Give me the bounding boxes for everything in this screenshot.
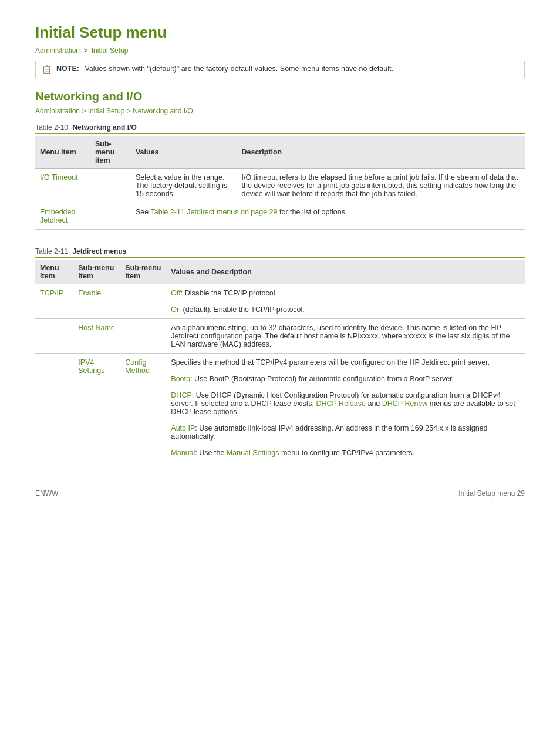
breadcrumb-main: Administration > Initial Setup xyxy=(35,46,525,55)
page-footer: ENWW Initial Setup menu 29 xyxy=(35,486,525,498)
footer-right: Initial Setup menu 29 xyxy=(458,489,525,498)
cell-enable-values: Off: Disable the TCP/IP protocol. On (de… xyxy=(166,284,525,319)
manual-link[interactable]: Manual xyxy=(171,449,195,457)
table-2-11: Menu item Sub-menu item Sub-menu item Va… xyxy=(35,260,525,462)
cell-ipv4-menu xyxy=(35,354,73,462)
dhcp-release-link[interactable]: DHCP Release xyxy=(316,399,366,408)
section1-breadcrumb: Administration > Initial Setup > Network… xyxy=(35,107,525,115)
table-row: Embedded Jetdirect See Table 2-11 Jetdir… xyxy=(35,203,525,230)
table-2-11-header-row: Menu item Sub-menu item Sub-menu item Va… xyxy=(35,260,525,284)
on-link[interactable]: On xyxy=(171,305,181,314)
note-icon: 📋 xyxy=(42,65,52,74)
col2-values-desc: Values and Description xyxy=(166,260,525,284)
cell-embedded-sub xyxy=(90,203,131,230)
table-2-11-label: Table 2-11 xyxy=(35,247,68,256)
cell-io-timeout-menu: I/O Timeout xyxy=(35,169,90,203)
breadcrumb-admin-link[interactable]: Administration xyxy=(35,46,80,55)
table-2-10-wrap: Table 2-10 Networking and I/O Menu item … xyxy=(35,123,525,230)
note-text: Values shown with "(default)" are the fa… xyxy=(85,65,393,73)
note-box: 📋 NOTE: Values shown with "(default)" ar… xyxy=(35,61,525,78)
cell-io-timeout-desc: I/O timeout refers to the elapsed time b… xyxy=(237,169,525,203)
table-2-10: Menu item Sub-menu item Values Descripti… xyxy=(35,136,525,230)
cell-enable-sub: Enable xyxy=(73,284,120,319)
cell-hostname-sub2 xyxy=(120,319,166,354)
section1-current-link[interactable]: Networking and I/O xyxy=(133,107,193,115)
breadcrumb-initial-link[interactable]: Initial Setup xyxy=(92,46,129,55)
cell-hostname-values: An alphanumeric string, up to 32 charact… xyxy=(166,319,525,354)
footer-left: ENWW xyxy=(35,489,58,498)
table-2-11-link[interactable]: Table 2-11 Jetdirect menus on page 29 xyxy=(150,208,277,216)
table-2-10-caption: Table 2-10 Networking and I/O xyxy=(35,123,525,134)
cell-embedded-menu: Embedded Jetdirect xyxy=(35,203,90,230)
cell-config-sub2: Config Method xyxy=(120,354,166,462)
table-row: I/O Timeout Select a value in the range.… xyxy=(35,169,525,203)
table-row: IPV4 Settings Config Method Specifies th… xyxy=(35,354,525,462)
page-title: Initial Setup menu xyxy=(35,23,525,42)
cell-io-timeout-sub xyxy=(90,169,131,203)
col2-menu-item: Menu item xyxy=(35,260,73,284)
col2-sub-menu-1: Sub-menu item xyxy=(73,260,120,284)
off-link[interactable]: Off xyxy=(171,289,180,297)
cell-hostname-menu xyxy=(35,319,73,354)
note-label: NOTE: xyxy=(56,65,79,73)
section1-title: Networking and I/O xyxy=(35,90,525,103)
cell-tcpip-menu: TCP/IP xyxy=(35,284,73,319)
col2-sub-menu-2: Sub-menu item xyxy=(120,260,166,284)
col-values: Values xyxy=(131,136,237,169)
table-2-10-header-row: Menu item Sub-menu item Values Descripti… xyxy=(35,136,525,169)
bootp-link[interactable]: Bootp xyxy=(171,375,190,383)
table-2-10-label: Table 2-10 xyxy=(35,123,68,132)
manual-settings-link[interactable]: Manual Settings xyxy=(227,449,279,457)
section1-admin-link[interactable]: Administration xyxy=(35,107,80,115)
table-2-11-title: Jetdirect menus xyxy=(72,247,126,256)
breadcrumb-sep1: > xyxy=(83,46,87,55)
section1-initial-link[interactable]: Initial Setup xyxy=(88,107,125,115)
dhcp-renew-link[interactable]: DHCP Renew xyxy=(382,399,428,408)
cell-embedded-values: See Table 2-11 Jetdirect menus on page 2… xyxy=(131,203,525,230)
cell-hostname-sub: Host Name xyxy=(73,319,120,354)
table-row: Host Name An alphanumeric string, up to … xyxy=(35,319,525,354)
col-description: Description xyxy=(237,136,525,169)
cell-enable-sub2 xyxy=(120,284,166,319)
table-2-11-caption: Table 2-11 Jetdirect menus xyxy=(35,247,525,258)
col-sub-menu-item: Sub-menu item xyxy=(90,136,131,169)
cell-io-timeout-values: Select a value in the range. The factory… xyxy=(131,169,237,203)
auto-ip-link[interactable]: Auto IP xyxy=(171,424,195,432)
cell-ipv4-sub: IPV4 Settings xyxy=(73,354,120,462)
table-row: TCP/IP Enable Off: Disable the TCP/IP pr… xyxy=(35,284,525,319)
col-menu-item: Menu item xyxy=(35,136,90,169)
cell-ipv4-values: Specifies the method that TCP/IPv4 param… xyxy=(166,354,525,462)
dhcp-link[interactable]: DHCP xyxy=(171,391,191,399)
table-2-10-title: Networking and I/O xyxy=(72,123,136,132)
table-2-11-wrap: Table 2-11 Jetdirect menus Menu item Sub… xyxy=(35,247,525,462)
